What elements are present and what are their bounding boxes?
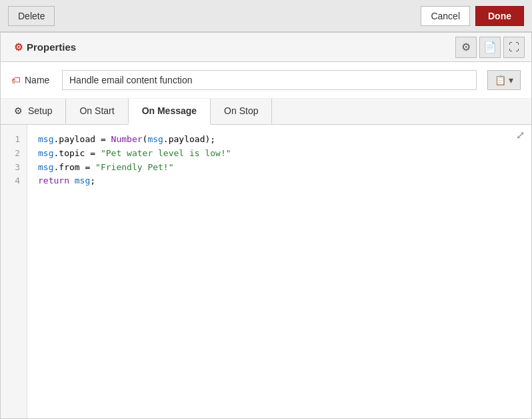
line-num-3: 3 [1,161,27,175]
setup-gear-icon: ⚙ [14,105,23,116]
panel-header: ⚙ Properties ⚙ 📄 ⛶ [1,33,531,62]
tab-on-stop[interactable]: On Stop [211,99,272,124]
code-expand-button[interactable]: ⤢ [516,129,525,141]
line-num-4: 4 [1,174,27,188]
code-container: ⤢ 1 2 3 4 msg.payload = Number(msg.paylo… [1,125,531,418]
tab-on-stop-label: On Stop [224,105,258,116]
code-editor[interactable]: msg.payload = Number(msg.payload); msg.t… [27,125,531,418]
tab-on-message[interactable]: On Message [129,99,211,125]
top-bar: Delete Cancel Done [0,0,532,32]
line-numbers: 1 2 3 4 [1,125,27,418]
tab-setup-label: Setup [28,105,53,116]
name-label: 🏷 Name [11,75,51,85]
delete-button[interactable]: Delete [8,6,55,26]
gear-icon: ⚙ [14,41,23,53]
name-row: 🏷 Name 📋 ▾ [1,62,531,99]
copy-icon-button[interactable]: 📄 [479,37,501,58]
tag-icon: 🏷 [11,75,21,85]
gear-icon-2: ⚙ [461,41,471,53]
panel-header-icons: ⚙ 📄 ⛶ [455,37,525,58]
tab-on-start-label: On Start [79,105,114,116]
line-num-1: 1 [1,133,27,147]
chevron-down-icon: ▾ [509,75,513,85]
tab-on-message-label: On Message [142,105,197,116]
tab-on-start[interactable]: On Start [66,99,128,124]
expand-icon: ⛶ [509,41,519,53]
name-label-text: Name [25,75,49,85]
cancel-button[interactable]: Cancel [421,6,470,26]
top-bar-left: Delete [8,6,55,26]
tab-setup[interactable]: ⚙ Setup [1,99,66,124]
expand-arrows-icon: ⤢ [516,129,525,141]
copy-icon: 📄 [483,41,497,53]
panel-title: ⚙ Properties [7,41,83,53]
tabs-bar: ⚙ Setup On Start On Message On Stop [1,99,531,125]
name-input[interactable] [62,70,477,90]
panel-title-text: Properties [27,41,76,53]
clipboard-icon: 📋 [495,75,506,85]
done-button[interactable]: Done [475,6,524,26]
top-bar-right: Cancel Done [421,6,524,26]
line-num-2: 2 [1,147,27,161]
expand-icon-button[interactable]: ⛶ [503,37,525,58]
name-clipboard-button[interactable]: 📋 ▾ [487,70,521,90]
settings-icon-button[interactable]: ⚙ [455,37,477,58]
main-panel: ⚙ Properties ⚙ 📄 ⛶ 🏷 Name 📋 ▾ [0,32,532,419]
